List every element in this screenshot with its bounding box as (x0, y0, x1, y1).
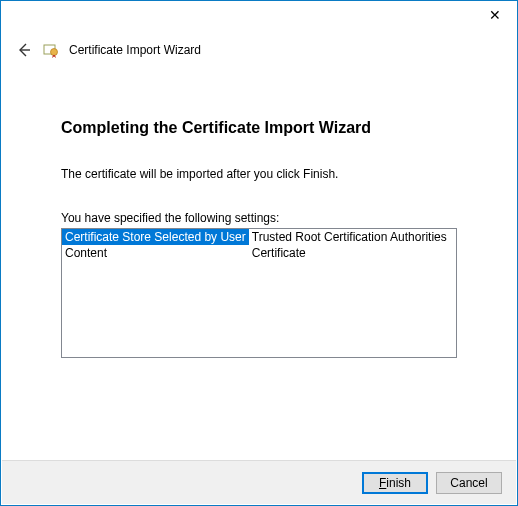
finish-button[interactable]: Finish (362, 472, 428, 494)
settings-listbox[interactable]: Certificate Store Selected by User Trust… (61, 228, 457, 358)
table-row[interactable]: Content Certificate (62, 245, 450, 261)
settings-label: You have specified the following setting… (61, 211, 457, 225)
title-bar: ✕ (1, 1, 517, 31)
close-icon: ✕ (489, 7, 501, 23)
wizard-header: Certificate Import Wizard (1, 31, 517, 59)
setting-value: Trusted Root Certification Authorities (249, 229, 450, 245)
back-arrow-icon (16, 42, 32, 58)
table-row[interactable]: Certificate Store Selected by User Trust… (62, 229, 450, 245)
wizard-content: Completing the Certificate Import Wizard… (1, 59, 517, 358)
setting-key: Content (62, 245, 249, 261)
setting-key: Certificate Store Selected by User (62, 229, 249, 245)
setting-value: Certificate (249, 245, 450, 261)
button-bar: Finish Cancel (2, 460, 516, 504)
info-text: The certificate will be imported after y… (61, 167, 457, 181)
settings-table: Certificate Store Selected by User Trust… (62, 229, 450, 261)
cancel-button[interactable]: Cancel (436, 472, 502, 494)
close-button[interactable]: ✕ (472, 1, 517, 29)
page-title: Completing the Certificate Import Wizard (61, 119, 457, 137)
finish-rest: inish (386, 476, 411, 490)
back-button[interactable] (15, 41, 33, 59)
svg-point-1 (51, 49, 58, 56)
certificate-wizard-icon (43, 42, 59, 58)
wizard-title: Certificate Import Wizard (69, 43, 201, 57)
